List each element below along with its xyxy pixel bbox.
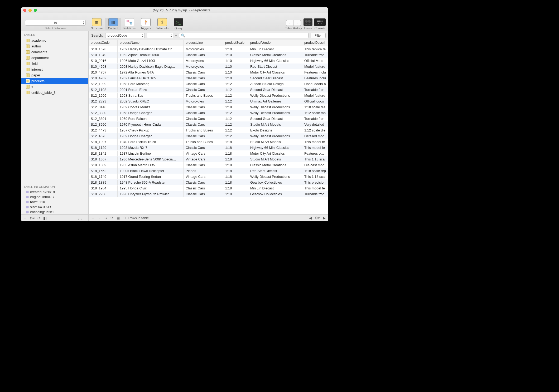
add-row-button[interactable]: ＋ — [91, 216, 95, 220]
cell[interactable]: Studio M Art Models — [248, 139, 302, 145]
cell[interactable]: 1:18 — [223, 191, 248, 197]
cell[interactable]: 2003 Harley-Davidson Eagle Drag… — [118, 64, 184, 69]
cell[interactable]: 1969 Harley Davidson Ultimate Ch… — [118, 46, 184, 52]
cell[interactable]: Detailed mod — [302, 133, 328, 139]
cell[interactable]: 1:12 — [223, 116, 248, 121]
cell[interactable]: S10_1949 — [89, 52, 118, 58]
gear-button[interactable]: ⚙︎▾ — [315, 216, 320, 220]
prev-page-button[interactable]: ◀ — [309, 216, 312, 220]
cell[interactable]: 1958 Setra Bus — [118, 93, 184, 98]
cell[interactable]: 2002 Suzuki XREO — [118, 99, 184, 104]
cell[interactable]: Second Gear Diecast — [248, 87, 302, 92]
sidebar-item-comments[interactable]: comments — [21, 49, 88, 55]
cell[interactable]: This replica fe — [302, 46, 328, 52]
cell[interactable]: S12_4675 — [89, 133, 118, 139]
cell[interactable]: 1968 Ford Mustang — [118, 81, 184, 87]
cell[interactable]: Turnable fron — [302, 116, 328, 121]
cell[interactable]: Features inclu — [302, 70, 328, 75]
cell[interactable]: S12_1108 — [89, 87, 118, 92]
cell[interactable]: 1:18 scale rep — [302, 168, 328, 174]
cell[interactable]: Hood, doors a — [302, 81, 328, 87]
table-row[interactable]: S18_19841995 Honda CivicClassic Cars1:18… — [89, 185, 328, 191]
cell[interactable]: S18_1662 — [89, 168, 118, 174]
cell[interactable]: Official Moto — [302, 58, 328, 63]
cell[interactable]: Turnable fron — [302, 87, 328, 92]
cell[interactable]: 1:18 — [223, 174, 248, 179]
cell[interactable]: Classic Cars — [184, 70, 223, 75]
cell[interactable]: Second Gear Diecast — [248, 75, 302, 81]
cell[interactable]: Official logos — [302, 99, 328, 104]
table-row[interactable]: S10_47571972 Alfa Romeo GTAClassic Cars1… — [89, 69, 328, 75]
cell[interactable]: Motorcycles — [184, 58, 223, 63]
reload-button[interactable]: ⟳ — [110, 216, 113, 220]
cell[interactable]: Classic Cars — [184, 191, 223, 197]
search-input[interactable]: 🔍 — [179, 33, 309, 38]
cell[interactable]: Vintage Cars — [184, 151, 223, 156]
zoom-window-button[interactable] — [34, 9, 37, 12]
col-productDescription[interactable]: productDescri — [302, 40, 328, 46]
cell[interactable]: 1993 Mazda RX-7 — [118, 145, 184, 150]
table-row[interactable]: S18_18891948 Porsche 356-A RoadsterClass… — [89, 179, 328, 185]
cell[interactable]: 1962 LanciaA Delta 16V — [118, 75, 184, 81]
triggers-tab[interactable]: Triggers — [138, 18, 154, 30]
col-productVendor[interactable]: productVendor — [248, 40, 302, 46]
duplicate-row-button[interactable]: ⇥ — [104, 216, 107, 220]
history-forward-button[interactable]: › — [293, 20, 301, 26]
cell[interactable]: S18_1749 — [89, 174, 118, 179]
cell[interactable]: 1:10 — [223, 46, 248, 52]
sidebar-item-products[interactable]: products — [21, 78, 88, 84]
minimize-window-button[interactable] — [28, 9, 32, 12]
cell[interactable]: Die-cast mod — [302, 162, 328, 168]
sidebar-item-academic[interactable]: academic — [21, 37, 88, 43]
col-productLine[interactable]: productLine — [184, 40, 223, 46]
table-row[interactable]: S10_16781969 Harley Davidson Ultimate Ch… — [89, 46, 328, 52]
cell[interactable]: S12_3990 — [89, 122, 118, 127]
cell[interactable]: Min Lin Diecast — [248, 46, 302, 52]
cell[interactable]: Features inclu — [302, 75, 328, 81]
cell[interactable]: 1948 Porsche 356-A Roadster — [118, 180, 184, 185]
cell[interactable]: Welly Diecast Productions — [248, 133, 302, 139]
table-row[interactable]: S12_44731957 Chevy PickupTrucks and Buse… — [89, 127, 328, 133]
table-row[interactable]: S12_33801968 Dodge ChargerClassic Cars1:… — [89, 110, 328, 116]
sidebar-item-department[interactable]: department — [21, 55, 88, 61]
cell[interactable]: S12_4473 — [89, 128, 118, 133]
cell[interactable]: S18_1889 — [89, 180, 118, 185]
cell[interactable]: 1936 Mercedes-Benz 500K Specia… — [118, 156, 184, 162]
cell[interactable]: 1970 Plymouth Hemi Cuda — [118, 122, 184, 127]
users-button[interactable]: Users — [303, 18, 312, 30]
cell[interactable]: Welly Diecast Productions — [248, 110, 302, 116]
cell[interactable]: Welly Diecast Productions — [248, 174, 302, 179]
sidebar-item-author[interactable]: author — [21, 43, 88, 49]
cell[interactable]: Classic Cars — [184, 116, 223, 121]
table-row[interactable]: S12_39901970 Plymouth Hemi CudaClassic C… — [89, 121, 328, 127]
cell[interactable]: 1:18 — [223, 162, 248, 168]
cell[interactable]: 1:12 — [223, 99, 248, 104]
cell[interactable]: 1965 Aston Martin DB5 — [118, 162, 184, 168]
search-operator-select[interactable]: = ▴▾ — [147, 33, 173, 38]
cell[interactable]: Classic Cars — [184, 180, 223, 185]
cell[interactable]: 1:12 scale mo — [302, 110, 328, 116]
cell[interactable]: Min Lin Diecast — [248, 185, 302, 191]
cell[interactable]: 1940 Ford Pickup Truck — [118, 139, 184, 145]
cell[interactable]: S18_1129 — [89, 145, 118, 150]
history-back-button[interactable]: ‹ — [286, 20, 293, 26]
cell[interactable]: This 1:18 scal — [302, 156, 328, 162]
table-info-tab[interactable]: ℹ︎ Table Info — [154, 18, 170, 30]
content-tab[interactable]: ▥ Content — [105, 18, 121, 30]
close-window-button[interactable] — [23, 9, 26, 12]
cell[interactable]: S10_1678 — [89, 46, 118, 52]
cell[interactable]: 1:18 — [223, 104, 248, 110]
cell[interactable]: Highway 66 Mini Classics — [248, 145, 302, 150]
cell[interactable]: Exoto Designs — [248, 128, 302, 133]
cell[interactable]: Classic Cars — [184, 75, 223, 81]
cell[interactable]: 1969 Ford Falcon — [118, 116, 184, 121]
cell[interactable]: 1:10 — [223, 64, 248, 69]
remove-row-button[interactable]: － — [98, 216, 101, 220]
cell[interactable]: 1:12 — [223, 122, 248, 127]
table-row[interactable]: S12_31481969 Corvair MonzaClassic Cars1:… — [89, 104, 328, 110]
cell[interactable]: S18_2238 — [89, 191, 118, 197]
table-row[interactable]: S18_16621980s Black Hawk HelicopterPlane… — [89, 168, 328, 174]
table-row[interactable]: S18_11291993 Mazda RX-7Classic Cars1:18H… — [89, 145, 328, 150]
cell[interactable]: 1995 Honda Civic — [118, 185, 184, 191]
add-button[interactable]: ＋ — [23, 216, 27, 220]
